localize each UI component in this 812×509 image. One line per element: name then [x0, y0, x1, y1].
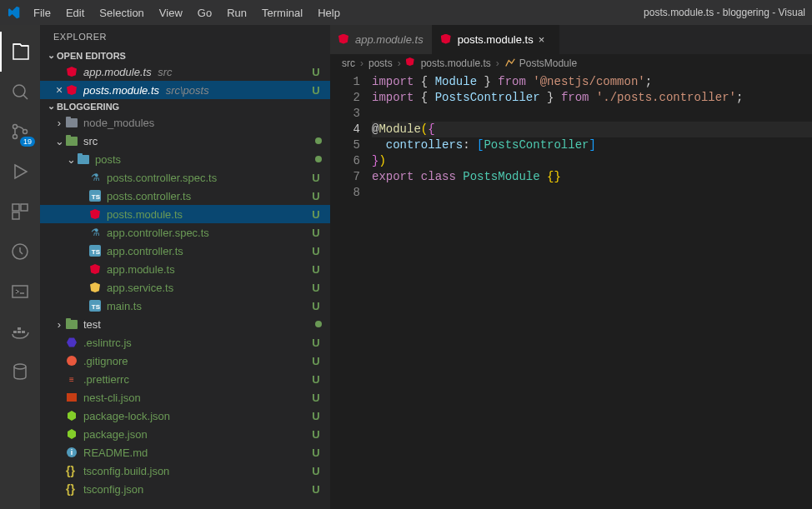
tree-row[interactable]: ⚗app.controller.spec.tsU — [40, 223, 330, 242]
activity-terminal-panel[interactable] — [0, 272, 40, 312]
folder-blue-icon — [77, 152, 90, 166]
editor-tab[interactable]: app.module.ts — [330, 25, 433, 54]
breadcrumb-item[interactable]: posts.module.ts — [421, 57, 491, 69]
code-line[interactable] — [372, 106, 812, 122]
json-icon: {} — [65, 464, 78, 477]
tree-row[interactable]: TSapp.controller.tsU — [40, 242, 330, 260]
close-icon[interactable]: × — [53, 83, 65, 97]
tree-row[interactable]: package.jsonU — [40, 425, 330, 443]
menu-edit[interactable]: Edit — [59, 3, 91, 22]
tree-row[interactable]: nest-cli.jsonU — [40, 388, 330, 407]
open-editors-header[interactable]: ⌄ OPEN EDITORS — [40, 48, 330, 62]
terminal-panel-icon — [10, 282, 30, 302]
git-status: U — [310, 392, 322, 404]
chevron-icon: ⌄ — [65, 153, 77, 166]
breadcrumb-item[interactable]: posts — [368, 57, 393, 69]
git-status: U — [310, 84, 322, 97]
file-name: posts — [95, 153, 315, 166]
git-status: U — [310, 300, 322, 312]
tree-row[interactable]: .gitignoreU — [40, 352, 330, 370]
tree-row[interactable]: TSmain.tsU — [40, 297, 330, 315]
activity-source-control[interactable]: 19 — [0, 112, 40, 152]
folder-green-icon — [65, 134, 78, 147]
git-status: U — [310, 282, 322, 294]
class-icon — [504, 57, 516, 69]
file-name: test — [83, 318, 315, 331]
code-line[interactable]: @Module({ — [372, 122, 812, 137]
open-editor-item[interactable]: ×posts.module.ts src\postsU — [40, 81, 330, 99]
tree-row[interactable]: package-lock.jsonU — [40, 407, 330, 425]
code-line[interactable]: controllers: [PostsController] — [372, 137, 812, 153]
badge: 19 — [20, 137, 35, 147]
menu-run[interactable]: Run — [220, 3, 253, 22]
git-status: U — [310, 263, 322, 276]
editor-tab[interactable]: posts.module.ts× — [433, 25, 559, 54]
svg-rect-6 — [13, 212, 19, 219]
activity-search[interactable] — [0, 72, 40, 112]
tree-row[interactable]: app.service.tsU — [40, 278, 330, 297]
tree-row[interactable]: ›test — [40, 315, 330, 333]
close-icon[interactable]: × — [539, 33, 550, 46]
flask-icon: ⚗ — [88, 171, 102, 184]
code-line[interactable]: export class PostsModule {} — [372, 169, 812, 185]
activity-extensions[interactable] — [0, 192, 40, 232]
code-line[interactable]: }) — [372, 153, 812, 169]
activity-database[interactable] — [0, 352, 40, 392]
code-editor[interactable]: 12345678 import { Module } from '@nestjs… — [330, 72, 812, 509]
tree-row[interactable]: {}tsconfig.jsonU — [40, 480, 330, 498]
svg-rect-11 — [18, 327, 21, 330]
tree-row[interactable]: app.module.tsU — [40, 260, 330, 278]
open-editor-item[interactable]: app.module.ts srcU — [40, 62, 330, 81]
file-name: posts.module.ts — [107, 208, 310, 221]
code-line[interactable]: import { PostsController } from './posts… — [372, 90, 812, 106]
tree-row[interactable]: posts.module.tsU — [40, 205, 330, 223]
chevron-icon: ⌄ — [53, 135, 65, 147]
menu-terminal[interactable]: Terminal — [255, 3, 309, 22]
file-name: app.module.ts src — [83, 66, 310, 78]
activity-run-debug[interactable] — [0, 152, 40, 192]
code-line[interactable]: import { Module } from '@nestjs/common'; — [372, 74, 812, 90]
svg-rect-9 — [13, 331, 17, 333]
workspace-header[interactable]: ⌄ BLOGGERING — [40, 99, 330, 113]
menu-file[interactable]: File — [27, 3, 58, 22]
sidebar: EXPLORER ⌄ OPEN EDITORS app.module.ts sr… — [40, 25, 330, 509]
git-status: U — [310, 172, 322, 184]
file-name: app.controller.ts — [107, 245, 310, 257]
tree-row[interactable]: ⚗posts.controller.spec.tsU — [40, 168, 330, 187]
menu-help[interactable]: Help — [311, 3, 347, 22]
sidebar-title: EXPLORER — [40, 25, 330, 48]
angular-icon — [88, 262, 102, 276]
menu-selection[interactable]: Selection — [93, 3, 150, 22]
tree-row[interactable]: iREADME.mdU — [40, 443, 330, 462]
run-debug-icon — [10, 162, 30, 182]
tree-row[interactable]: ⌄src — [40, 132, 330, 150]
menu-view[interactable]: View — [153, 3, 189, 22]
tree-row[interactable]: TSposts.controller.tsU — [40, 187, 330, 205]
breadcrumb-item[interactable]: PostsModule — [519, 57, 577, 69]
git-dot — [315, 137, 322, 144]
activity-timeline[interactable] — [0, 232, 40, 272]
node-icon — [65, 427, 78, 441]
git-status: U — [310, 245, 322, 257]
breadcrumb-item[interactable]: src — [342, 57, 355, 69]
tree-row[interactable]: {}tsconfig.build.jsonU — [40, 462, 330, 480]
git-status: U — [310, 410, 322, 422]
angular-icon — [441, 34, 453, 46]
tree-row[interactable]: ≡.prettierrcU — [40, 370, 330, 388]
search-icon — [10, 82, 30, 102]
activity-explorer[interactable] — [0, 32, 40, 72]
file-name: .eslintrc.js — [83, 337, 310, 349]
tree-row[interactable]: ⌄posts — [40, 150, 330, 168]
menu-go[interactable]: Go — [191, 3, 218, 22]
git-dot — [315, 156, 322, 162]
git-status: U — [310, 66, 322, 78]
breadcrumb[interactable]: src›posts›posts.module.ts›PostsModule — [330, 54, 812, 72]
file-name: package.json — [83, 428, 310, 441]
tree-row[interactable]: ›node_modules — [40, 113, 330, 132]
git-status: U — [310, 447, 322, 459]
code-line[interactable] — [372, 185, 812, 201]
angular-yw-icon — [88, 281, 102, 294]
activity-docker[interactable] — [0, 312, 40, 352]
tree-row[interactable]: .eslintrc.jsU — [40, 333, 330, 352]
tab-label: posts.module.ts — [458, 33, 534, 46]
